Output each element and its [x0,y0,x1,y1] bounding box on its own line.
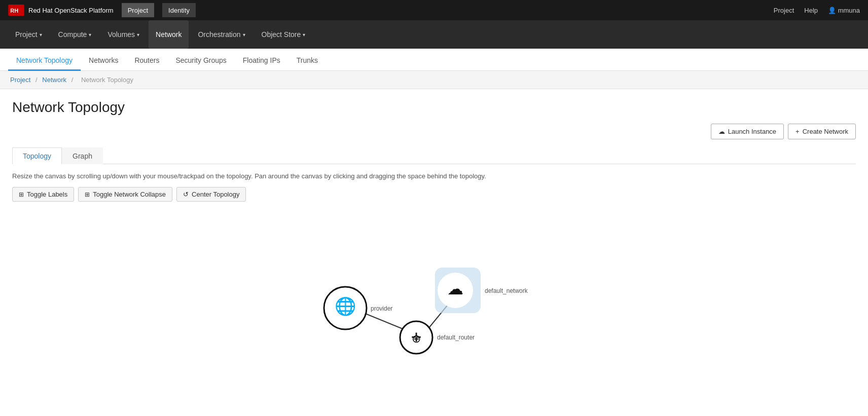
refresh-icon: ↺ [183,191,189,198]
sub-nav: Network Topology Networks Routers Securi… [0,49,868,71]
breadcrumb-project[interactable]: Project [10,76,30,84]
grid-icon: ⊞ [85,191,90,198]
plus-icon: + [795,128,800,135]
create-network-button[interactable]: + Create Network [788,124,856,139]
center-topology-button[interactable]: ↺ Center Topology [176,187,246,202]
nav-item-network[interactable]: Network [149,20,189,49]
breadcrumb: Project / Network / Network Topology [0,71,868,89]
project-nav-button[interactable]: Project [122,3,154,17]
breadcrumb-current: Network Topology [81,76,133,84]
project-dropdown[interactable]: Project [774,7,794,14]
identity-nav-button[interactable]: Identity [162,3,196,17]
action-buttons: ☁ Launch Instance + Create Network [12,124,856,139]
topology-canvas[interactable]: ☁ default_network 🌐 provider ✛ ⊕ default… [12,212,856,374]
help-text: Resize the canvas by scrolling up/down w… [12,172,856,180]
router-arrows-icon: ⊕ [412,332,421,345]
top-bar-left: RH Red Hat OpenStack Platform Project Id… [8,3,196,17]
provider-label: provider [371,305,392,312]
top-bar-right: Project Help 👤 mmuna [774,7,860,14]
subnav-network-topology[interactable]: Network Topology [8,51,81,71]
brand: RH Red Hat OpenStack Platform [8,5,114,16]
nav-item-compute[interactable]: Compute ▾ [51,20,99,49]
toolbar: ⊞ Toggle Labels ⊞ Toggle Network Collaps… [12,187,856,202]
username: mmuna [838,7,860,14]
chevron-down-icon: ▾ [303,32,305,37]
page-content: Network Topology ☁ Launch Instance + Cre… [0,89,868,384]
page-title: Network Topology [12,99,856,116]
nav-item-object-store[interactable]: Object Store ▾ [255,20,313,49]
toggle-labels-button[interactable]: ⊞ Toggle Labels [12,187,74,202]
toggle-network-collapse-button[interactable]: ⊞ Toggle Network Collapse [78,187,172,202]
subnav-networks[interactable]: Networks [81,51,126,71]
tab-topology[interactable]: Topology [12,147,62,164]
svg-text:RH: RH [10,8,18,14]
nav-item-project[interactable]: Project ▾ [8,20,49,49]
chevron-down-icon: ▾ [137,32,139,37]
cloud-node-icon: ☁ [447,280,463,298]
topology-svg: ☁ default_network 🌐 provider ✛ ⊕ default… [12,212,856,374]
nav-item-orchestration[interactable]: Orchestration ▾ [191,20,252,49]
subnav-trunks[interactable]: Trunks [288,51,326,71]
launch-instance-button[interactable]: ☁ Launch Instance [711,124,784,139]
brand-label: Red Hat OpenStack Platform [28,7,114,14]
redhat-logo-icon: RH [8,5,24,16]
cloud-icon: ☁ [718,128,725,135]
tab-bar: Topology Graph [12,147,856,164]
grid-icon: ⊞ [19,191,24,198]
top-bar: RH Red Hat OpenStack Platform Project Id… [0,0,868,20]
chevron-down-icon: ▾ [89,32,91,37]
default-network-label: default_network [485,287,528,294]
main-nav: Project ▾ Compute ▾ Volumes ▾ Network Or… [0,20,868,49]
user-icon: 👤 [828,7,836,14]
globe-node-icon: 🌐 [335,296,356,317]
subnav-security-groups[interactable]: Security Groups [167,51,234,71]
user-menu[interactable]: 👤 mmuna [828,7,860,14]
subnav-routers[interactable]: Routers [126,51,167,71]
subnav-floating-ips[interactable]: Floating IPs [235,51,288,71]
breadcrumb-network[interactable]: Network [42,76,66,84]
nav-item-volumes[interactable]: Volumes ▾ [100,20,147,49]
breadcrumb-sep-2: / [71,76,75,84]
default-router-label: default_router [437,334,475,341]
help-link[interactable]: Help [804,7,818,14]
chevron-down-icon: ▾ [243,32,245,37]
tab-graph[interactable]: Graph [62,147,103,164]
breadcrumb-sep-1: / [35,76,39,84]
chevron-down-icon: ▾ [40,32,42,37]
